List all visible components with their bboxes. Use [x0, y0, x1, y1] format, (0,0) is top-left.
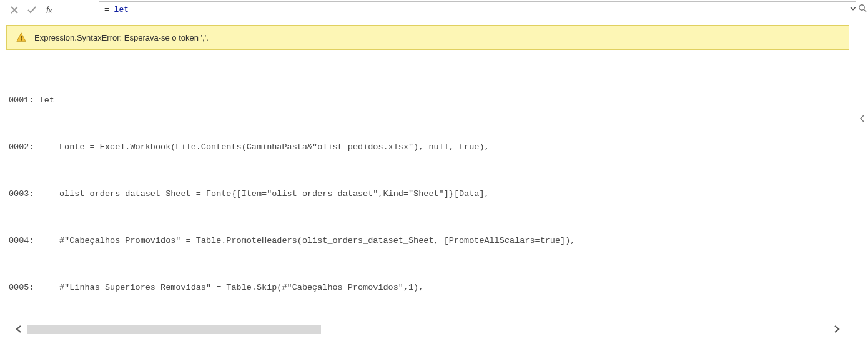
formula-bar-controls: fx [2, 1, 96, 19]
editor-pane: Expression.SyntaxError: Esperava-se o to… [0, 20, 856, 339]
svg-rect-1 [21, 39, 22, 41]
scroll-left-icon[interactable] [12, 323, 25, 337]
scroll-track[interactable] [27, 325, 828, 334]
formula-text: = let [104, 5, 129, 14]
error-message: Expression.SyntaxError: Esperava-se o to… [34, 33, 209, 42]
error-banner: Expression.SyntaxError: Esperava-se o to… [6, 25, 849, 50]
scroll-thumb[interactable] [27, 325, 321, 334]
svg-rect-0 [21, 36, 22, 39]
cancel-icon[interactable] [7, 3, 21, 17]
code-line: 0005: #"Linhas Superiores Removidas" = T… [9, 280, 849, 295]
right-gutter [856, 0, 868, 339]
code-line: 0001: let [9, 92, 849, 108]
svg-line-3 [864, 9, 866, 12]
collapse-left-icon[interactable] [859, 114, 866, 125]
formula-bar-row: fx = let [0, 0, 868, 19]
code-line: 0003: olist_orders_dataset_Sheet = Fonte… [9, 186, 849, 202]
svg-point-2 [859, 5, 864, 10]
formula-input[interactable]: = let [99, 1, 862, 17]
code-line: 0002: Fonte = Excel.Workbook(File.Conten… [9, 139, 849, 155]
scroll-right-icon[interactable] [831, 323, 843, 337]
code-listing[interactable]: 0001: let 0002: Fonte = Excel.Workbook(F… [6, 61, 849, 323]
code-line: 0004: #"Cabeçalhos Promovidos" = Table.P… [9, 233, 849, 248]
warning-icon [16, 32, 27, 43]
confirm-icon[interactable] [25, 3, 39, 17]
search-icon[interactable] [858, 4, 867, 14]
horizontal-scrollbar[interactable] [6, 324, 849, 335]
fx-icon: fx [46, 5, 52, 15]
